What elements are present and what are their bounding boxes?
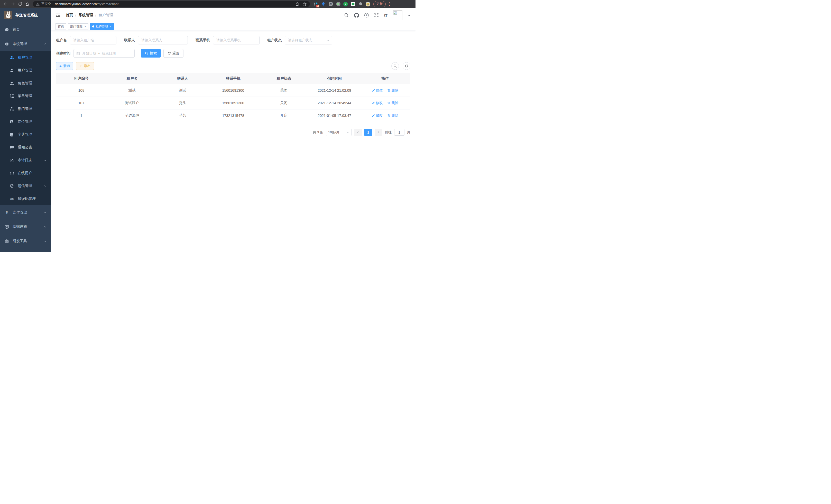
sidebar-item-dept[interactable]: 部门管理 (0, 102, 51, 115)
browser-menu-icon[interactable] (388, 1, 392, 7)
tags-view: 首页 部门管理× 租户管理× (51, 22, 416, 31)
cell-id: 107 (56, 97, 107, 110)
sidebar-item-menu[interactable]: 菜单管理 (0, 90, 51, 102)
sidebar-item-online-user[interactable]: 在线用户 (0, 167, 51, 180)
screen: 不安全 dashboard.yudao.iocoder.cn/system/te… (0, 0, 416, 252)
sidebar-item-home[interactable]: 首页 (0, 22, 51, 37)
goto-page-input[interactable] (394, 129, 404, 136)
extension-translate-icon[interactable] (351, 2, 355, 6)
tenant-table: 租户编号 租户名 联系人 联系手机 租户状态 创建时间 操作 108 测试 (56, 73, 410, 122)
col-status: 租户状态 (258, 73, 309, 84)
edit-link[interactable]: 修改 (372, 101, 383, 105)
cell-created: 2021-12-14 20:49:44 (309, 97, 360, 110)
extensions-puzzle-icon[interactable] (358, 2, 363, 6)
contact-input[interactable] (138, 36, 188, 45)
delete-link[interactable]: 删除 (387, 113, 398, 118)
refresh-button[interactable] (403, 62, 410, 70)
tab-tenant[interactable]: 租户管理× (90, 23, 114, 30)
sidebar-item-dev-tools[interactable]: 研发工具 (0, 234, 51, 248)
sidebar-item-dict[interactable]: 字典管理 (0, 128, 51, 141)
avatar-caret-icon[interactable] (408, 14, 410, 18)
bookmark-star-icon[interactable] (303, 2, 307, 6)
sidebar-item-error-code[interactable]: </> 错误码管理 (0, 192, 51, 205)
goto-label: 前往 (385, 130, 392, 135)
cell-mobile: 15601691300 (208, 97, 258, 110)
prev-page-button[interactable] (354, 129, 362, 136)
page-size-select[interactable]: 10条/页 (326, 129, 351, 136)
sidebar-item-sms[interactable]: 短信管理 (0, 180, 51, 192)
share-icon[interactable] (295, 2, 299, 6)
tenant-name-input[interactable] (70, 36, 116, 45)
edit-link[interactable]: 修改 (372, 113, 383, 118)
extension-record-icon[interactable] (336, 2, 341, 6)
browser-forward-icon[interactable] (9, 1, 17, 7)
profile-avatar-icon[interactable] (366, 2, 370, 6)
sidebar-item-label: 研发工具 (12, 239, 27, 243)
status-select[interactable]: 请选择租户状态 (285, 36, 332, 45)
extension-command-icon[interactable]: ⌘ (328, 2, 333, 6)
browser-back-icon[interactable] (2, 1, 9, 7)
tab-home[interactable]: 首页 (56, 23, 66, 30)
sidebar-item-post[interactable]: 岗位管理 (0, 115, 51, 128)
page-number-button[interactable]: 1 (364, 129, 372, 136)
extension-y-icon[interactable]: Y (343, 2, 348, 6)
edit-link[interactable]: 修改 (372, 88, 383, 93)
cell-mobile: 17321315478 (208, 110, 258, 122)
browser-toolbar: 不安全 dashboard.yudao.iocoder.cn/system/te… (0, 0, 416, 8)
extension-grid-icon[interactable]: 10 (314, 2, 318, 6)
cell-status: 关闭 (258, 97, 309, 110)
help-icon[interactable]: ? (364, 13, 369, 18)
search-button[interactable]: 搜索 (141, 49, 161, 58)
address-bar[interactable]: 不安全 dashboard.yudao.iocoder.cn/system/te… (33, 1, 310, 7)
sidebar: 芋道管理系统 首页 系统管理 租户管理 用户管理 (0, 8, 51, 252)
browser-reload-icon[interactable] (17, 1, 24, 7)
browser-home-icon[interactable] (24, 1, 31, 7)
gear-icon (4, 42, 9, 46)
export-button[interactable]: 导出 (76, 62, 94, 70)
calendar-icon (76, 52, 80, 55)
mobile-input[interactable] (213, 36, 260, 45)
breadcrumb-home[interactable]: 首页 (66, 13, 73, 18)
fullscreen-icon[interactable] (374, 13, 379, 18)
sidebar-collapse-icon[interactable] (55, 12, 62, 19)
sidebar-item-infra[interactable]: 基础设施 (0, 219, 51, 234)
delete-link[interactable]: 删除 (387, 88, 398, 93)
sidebar-item-user[interactable]: 用户管理 (0, 64, 51, 77)
cell-mobile: 15601691300 (208, 84, 258, 97)
extension-balloon-icon[interactable] (321, 2, 325, 6)
delete-link[interactable]: 删除 (387, 101, 398, 105)
chevron-down-icon (44, 240, 47, 243)
logo-rabbit-image (4, 11, 12, 19)
sidebar-item-payment[interactable]: ¥ 支付管理 (0, 205, 51, 219)
col-contact: 联系人 (157, 73, 208, 84)
people-icon (9, 56, 14, 60)
sidebar-item-audit-log[interactable]: 审计日志 (0, 154, 51, 167)
cell-contact: 测试 (157, 84, 208, 97)
security-label[interactable]: 不安全 (41, 2, 51, 6)
cell-status: 开启 (258, 110, 309, 122)
browser-update-button[interactable]: 更新 (373, 1, 386, 7)
sidebar-logo[interactable]: 芋道管理系统 (0, 8, 51, 22)
avatar[interactable] (393, 10, 402, 20)
tab-dept[interactable]: 部门管理× (68, 23, 88, 30)
add-button[interactable]: + 新增 (56, 62, 73, 70)
sidebar-item-system[interactable]: 系统管理 (0, 37, 51, 51)
download-icon (79, 64, 83, 68)
next-page-button[interactable] (375, 129, 382, 136)
github-icon[interactable] (354, 13, 359, 18)
header-search-icon[interactable] (344, 13, 349, 18)
refresh-icon (405, 64, 408, 68)
sidebar-item-tenant[interactable]: 租户管理 (0, 51, 51, 64)
font-size-icon[interactable]: tT (384, 13, 387, 18)
close-icon[interactable]: × (110, 25, 112, 28)
sidebar-item-role[interactable]: 角色管理 (0, 77, 51, 90)
reset-button[interactable]: 重置 (164, 49, 183, 58)
chevron-left-icon (356, 131, 360, 134)
breadcrumb-system[interactable]: 系统管理 (79, 13, 93, 18)
sidebar-item-notice[interactable]: 通知公告 (0, 141, 51, 154)
tree-icon (9, 94, 14, 98)
cell-actions: 修改 删除 (360, 97, 410, 110)
show-search-button[interactable] (391, 62, 399, 70)
close-icon[interactable]: × (84, 25, 86, 28)
create-time-range-picker[interactable]: 开始日期 - 结束日期 (74, 49, 135, 58)
